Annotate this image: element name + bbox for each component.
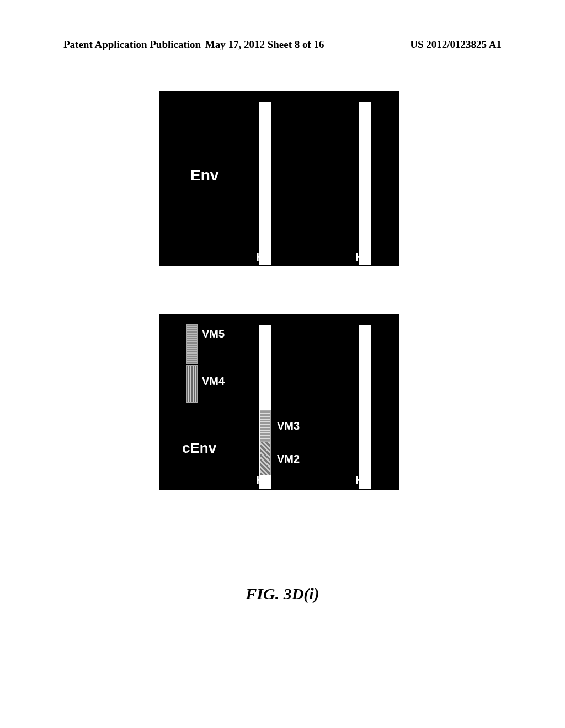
vm4-label: VM4	[202, 375, 225, 388]
vm5-segment	[186, 324, 198, 364]
bar-h2	[359, 102, 371, 265]
vm3-label: VM3	[277, 420, 300, 432]
vm2-segment	[260, 441, 271, 475]
bar-h1-c-label: H1	[256, 473, 271, 488]
cenv-label: cEnv	[182, 440, 216, 457]
vm4-segment	[186, 365, 198, 403]
env-label: Env	[190, 167, 218, 184]
bar-h2-c	[359, 325, 371, 489]
bar-h2-label: H2	[355, 250, 371, 264]
header-center: May 17, 2012 Sheet 8 of 16	[205, 39, 324, 51]
figure-caption: FIG. 3D(i)	[0, 585, 565, 603]
page-header: Patent Application Publication May 17, 2…	[63, 39, 502, 51]
bar-h1-label: H1	[256, 250, 271, 264]
bar-h1	[259, 102, 271, 265]
header-right: US 2012/0123825 A1	[410, 39, 502, 51]
chart-cenv: cEnv VM4 VM5 VM2 VM3 H1 H2	[159, 314, 399, 490]
vm5-label: VM5	[202, 328, 225, 340]
vm3-segment	[260, 410, 271, 441]
header-left: Patent Application Publication	[63, 39, 201, 51]
vm2-label: VM2	[277, 453, 300, 465]
bar-h2-c-label: H2	[355, 473, 371, 488]
chart-env: Env H1 H2	[159, 91, 399, 266]
